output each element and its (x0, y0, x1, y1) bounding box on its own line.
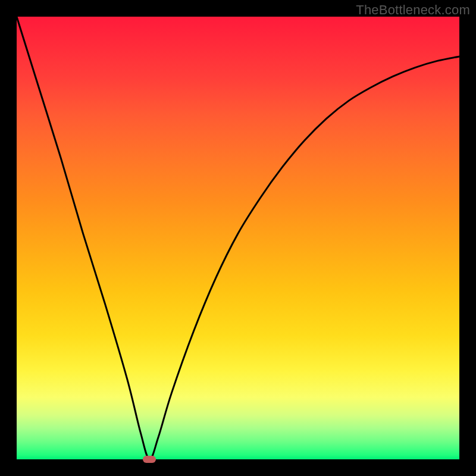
plot-area (17, 17, 459, 459)
chart-frame: TheBottleneck.com (0, 0, 476, 476)
watermark-text: TheBottleneck.com (356, 2, 470, 18)
minimum-marker (143, 456, 156, 463)
bottleneck-curve (17, 17, 459, 459)
